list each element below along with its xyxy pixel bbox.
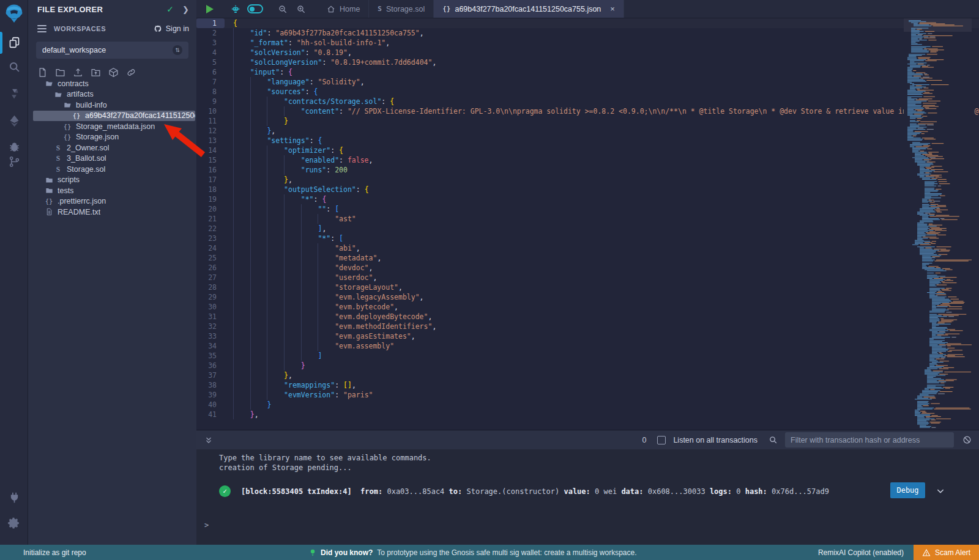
remixai-toggle[interactable]: [247, 4, 263, 13]
code-line-9: 9 "contracts/Storage.sol": {: [196, 97, 979, 106]
debug-button[interactable]: Debug: [890, 482, 925, 498]
tree-item-storage-metadata-json[interactable]: {}Storage_metadata.json: [28, 121, 196, 132]
sol-icon: S: [53, 166, 63, 173]
file-explorer-header: FILE EXPLORER ✓ ❯: [28, 0, 196, 18]
tab-build-info-json[interactable]: {} a69b43f277ba20fcac141151250ca755.json…: [434, 0, 624, 18]
terminal-log-line: creation of Storage pending...: [219, 463, 979, 473]
zoom-in-icon[interactable]: [292, 0, 310, 18]
tip-bold: Did you know?: [321, 548, 373, 557]
remix-logo-icon[interactable]: [4, 4, 24, 24]
terminal: 0 Listen on all transactions Type the li…: [196, 430, 979, 545]
code-line-23: 23 "*": [: [196, 234, 979, 243]
folder-open-icon: [44, 79, 54, 87]
sol-icon: S: [53, 144, 63, 152]
tree-item-storage-sol[interactable]: SStorage.sol: [28, 164, 196, 175]
file-name: scripts: [58, 175, 80, 184]
tree-item-artifacts[interactable]: artifacts: [28, 89, 196, 100]
tree-item-storage-json[interactable]: {}Storage.json: [28, 132, 196, 143]
code-line-41: 41 },: [196, 410, 979, 419]
home-icon: [327, 5, 335, 13]
code-line-4: 4 "solcVersion": "0.8.19",: [196, 48, 979, 57]
tree-item-scripts[interactable]: scripts: [28, 175, 196, 186]
zoom-out-icon[interactable]: [274, 0, 292, 18]
file-name: 3_Ballot.sol: [67, 154, 106, 163]
code-line-29: 29 "evm.legacyAssembly",: [196, 292, 979, 302]
workspace-select[interactable]: default_workspace ⇅: [36, 42, 188, 59]
did-you-know-tip: Did you know? To prototype using the Gno…: [309, 548, 637, 557]
file-name: tests: [58, 186, 73, 195]
close-tab-icon[interactable]: ×: [610, 4, 615, 13]
code-lines: 1{2 "id": "a69b43f277ba20fcac141151250ca…: [196, 18, 979, 419]
editor: Home S Storage.sol {} a69b43f277ba20fcac…: [196, 0, 979, 430]
listen-checkbox[interactable]: [657, 436, 666, 444]
json-icon: {}: [62, 133, 72, 141]
tree-item-a69b43f277ba20fcac141151250ca7-[interactable]: {}a69b43f277ba20fcac141151250ca7...: [33, 111, 195, 122]
transaction-count: 0: [642, 436, 646, 444]
file-name: .prettierrc.json: [58, 197, 106, 205]
tree-item-build-info[interactable]: build-info: [28, 100, 196, 111]
code-line-27: 27 "userdoc",: [196, 273, 979, 282]
code-line-24: 24 "abi",: [196, 243, 979, 253]
folder-open-icon: [62, 101, 72, 109]
folder-icon: [44, 186, 54, 194]
chevron-right-icon[interactable]: ❯: [182, 5, 189, 14]
code-line-10: 10 "content": "// SPDX-License-Identifie…: [196, 106, 979, 116]
git-init-button[interactable]: Initialize as git repo: [0, 548, 86, 557]
transaction-filter-input[interactable]: [785, 432, 954, 448]
sign-in-label: Sign in: [166, 24, 189, 33]
github-sign-in-button[interactable]: Sign in: [153, 24, 189, 34]
transaction-row[interactable]: ✓ [block:5583405 txIndex:4] from: 0xa03.…: [219, 485, 979, 497]
tx-expand-chevron-icon[interactable]: [936, 486, 945, 498]
tx-success-check-icon: ✓: [219, 485, 231, 497]
solidity-file-icon: S: [378, 5, 382, 13]
tree-item-contracts[interactable]: contracts: [28, 78, 196, 89]
code-line-14: 14 "optimizer": {: [196, 146, 979, 155]
code-area[interactable]: 1{2 "id": "a69b43f277ba20fcac141151250ca…: [196, 18, 979, 430]
workspaces-row: WORKSPACES Sign in: [28, 21, 196, 37]
scam-alert-button[interactable]: Scam Alert: [914, 545, 979, 560]
tree-item-3-ballot-sol[interactable]: S3_Ballot.sol: [28, 153, 196, 164]
code-line-20: 20 "": [: [196, 204, 979, 214]
code-line-31: 31 "evm.deployedBytecode",: [196, 312, 979, 322]
solidity-compiler-icon[interactable]: [0, 83, 28, 104]
activity-bar: [0, 0, 28, 545]
settings-gear-icon[interactable]: [0, 512, 28, 533]
code-line-37: 37 },: [196, 370, 979, 380]
tree-item--prettierrc-json[interactable]: {}.prettierrc.json: [28, 196, 196, 207]
json-icon: {}: [44, 197, 54, 205]
code-line-8: 8 "sources": {: [196, 87, 979, 97]
workspace-selected-value: default_workspace: [42, 46, 173, 54]
code-line-33: 33 "evm.gasEstimates",: [196, 331, 979, 341]
tree-item-readme-txt[interactable]: README.txt: [28, 207, 196, 218]
file-actions-toolbar: [28, 59, 196, 80]
tab-label: a69b43f277ba20fcac141151250ca755.json: [455, 5, 601, 13]
copilot-status[interactable]: RemixAI Copilot (enabled): [818, 548, 904, 557]
search-icon[interactable]: [0, 56, 28, 77]
tab-home[interactable]: Home: [318, 0, 369, 18]
deploy-and-run-icon[interactable]: [0, 110, 28, 131]
terminal-body[interactable]: Type the library name to see available c…: [196, 449, 979, 545]
tree-item-tests[interactable]: tests: [28, 185, 196, 196]
code-line-32: 32 "evm.methodIdentifiers",: [196, 322, 979, 331]
workspaces-menu-icon[interactable]: [37, 25, 47, 32]
workspaces-label: WORKSPACES: [54, 25, 153, 32]
file-explorer-icon[interactable]: [0, 32, 28, 53]
folder-open-icon: [53, 90, 63, 98]
code-line-39: 39 "evmVersion": "paris": [196, 390, 979, 400]
clear-console-icon[interactable]: [962, 435, 972, 444]
file-name: Storage_metadata.json: [76, 122, 155, 131]
file-name: artifacts: [67, 90, 94, 98]
run-script-play-icon[interactable]: [206, 5, 214, 13]
file-name: a69b43f277ba20fcac141151250ca7...: [85, 111, 195, 120]
minimap[interactable]: [904, 18, 972, 430]
code-line-2: 2 "id": "a69b43f277ba20fcac141151250ca75…: [196, 28, 979, 38]
remixai-robot-icon[interactable]: [226, 0, 245, 18]
tree-item-2-owner-sol[interactable]: S2_Owner.sol: [28, 142, 196, 153]
check-icon: ✓: [166, 4, 174, 14]
code-line-1: 1{: [196, 18, 979, 28]
tab-storage-sol[interactable]: S Storage.sol: [369, 0, 434, 18]
terminal-prompt[interactable]: >: [204, 520, 209, 530]
git-icon[interactable]: [0, 151, 28, 172]
plugin-manager-icon[interactable]: [0, 487, 28, 507]
terminal-collapse-icon[interactable]: [204, 436, 213, 444]
